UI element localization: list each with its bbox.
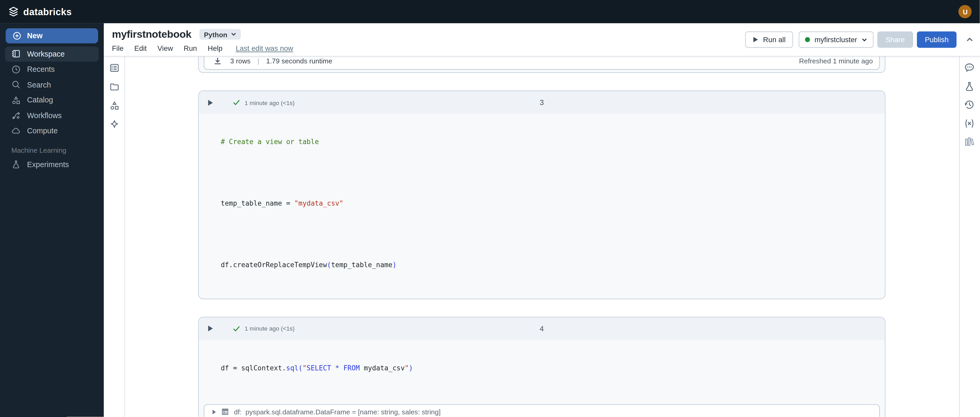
app-shell: New Workspace Recents <box>0 23 980 417</box>
cell-run-status: 1 minute ago (<1s) <box>245 99 295 106</box>
sidebar-item-experiments[interactable]: Experiments <box>5 157 99 172</box>
share-label: Share <box>885 36 905 43</box>
code-text: mydata_csv <box>364 364 405 372</box>
user-avatar[interactable]: U <box>959 5 972 18</box>
runtime-info: 1.79 seconds runtime <box>266 57 332 65</box>
sidebar-item-workspace[interactable]: Workspace <box>5 46 99 62</box>
code-keyword: SELECT * FROM <box>307 364 364 372</box>
divider: | <box>258 57 259 65</box>
code-paren: ) <box>409 364 413 372</box>
sidebar-nav: Workspace Recents Search <box>0 46 104 139</box>
databricks-logo[interactable]: databricks <box>8 6 72 17</box>
menu-view[interactable]: View <box>158 45 173 52</box>
sidebar-item-search[interactable]: Search <box>5 77 99 92</box>
cell-3: 1 minute ago (<1s) 3 # Create a view or … <box>198 91 885 300</box>
run-cell-button[interactable] <box>208 99 213 106</box>
notebook-header: myfirstnotebook Python File Edit View Ru… <box>104 23 980 57</box>
folder-icon[interactable] <box>109 82 119 92</box>
cell-4-header: 1 minute ago (<1s) 4 <box>199 317 885 340</box>
cell-number: 4 <box>199 324 885 333</box>
workspace-pane: myfirstnotebook Python File Edit View Ru… <box>104 23 980 417</box>
publish-label: Publish <box>925 36 948 43</box>
code-text: temp_table_name = <box>221 199 294 208</box>
workspace-icon <box>11 49 21 59</box>
code-string: " <box>302 364 307 372</box>
results-panel: 3 rows | 1.79 seconds runtime Refreshed … <box>204 57 880 70</box>
catalog-icon[interactable] <box>109 101 119 111</box>
logo-text: databricks <box>23 6 72 17</box>
sidebar-item-label: Experiments <box>27 160 69 169</box>
sidebar-item-compute[interactable]: Compute <box>5 123 99 139</box>
download-icon[interactable] <box>214 57 221 65</box>
sidebar-section-machine-learning: Machine Learning <box>11 146 104 154</box>
collapse-header-button[interactable] <box>966 36 974 43</box>
sidebar-item-label: Compute <box>27 127 58 135</box>
sidebar-ml-nav: Experiments <box>0 157 104 172</box>
results-footer-row: 3 rows | 1.79 seconds runtime Refreshed … <box>204 57 879 70</box>
play-icon <box>753 36 759 43</box>
language-label: Python <box>204 31 227 38</box>
chevron-down-icon <box>231 32 236 37</box>
sidebar-item-workflows[interactable]: Workflows <box>5 108 99 124</box>
workflows-icon <box>11 111 21 120</box>
notebook-title[interactable]: myfirstnotebook <box>112 28 191 40</box>
sidebar-item-label: Search <box>27 81 51 89</box>
code-comment: # Create a view or table <box>221 138 319 146</box>
sidebar-item-catalog[interactable]: Catalog <box>5 92 99 108</box>
code-string: "mydata_csv" <box>294 199 343 208</box>
main-sidebar: New Workspace Recents <box>0 23 104 417</box>
notebook-menubar: File Edit View Run Help Last edit was no… <box>112 43 293 54</box>
menu-run[interactable]: Run <box>184 45 197 52</box>
notebook-body: 3 rows | 1.79 seconds runtime Refreshed … <box>104 57 980 417</box>
cell-4-code-editor[interactable]: df = sqlContext.sql("SELECT * FROM mydat… <box>199 340 885 401</box>
chevron-up-icon <box>966 36 974 43</box>
last-edit-link[interactable]: Last edit was now <box>236 45 293 52</box>
version-history-icon[interactable] <box>964 100 975 110</box>
menu-file[interactable]: File <box>112 45 123 52</box>
mlflow-flask-icon[interactable] <box>964 81 975 92</box>
dataframe-result-text: df: pyspark.sql.dataframe.DataFrame = [n… <box>234 408 441 416</box>
flask-icon <box>11 160 21 169</box>
share-button[interactable]: Share <box>877 32 913 48</box>
cell-number: 3 <box>199 98 885 107</box>
left-tool-strip <box>104 57 125 417</box>
new-button[interactable]: New <box>6 28 98 43</box>
sidebar-item-label: Workspace <box>27 49 65 59</box>
row-count: 3 rows <box>230 57 250 65</box>
run-cell-button[interactable] <box>208 325 213 332</box>
dataframe-table-icon <box>221 408 229 416</box>
sidebar-item-label: Recents <box>27 65 55 74</box>
run-all-button[interactable]: Run all <box>746 32 793 48</box>
assistant-sparkle-icon[interactable] <box>109 120 119 130</box>
databricks-app: databricks U New Workspace <box>0 0 980 417</box>
cell-3-code-editor[interactable]: # Create a view or table temp_table_name… <box>199 114 885 299</box>
run-all-label: Run all <box>763 36 786 43</box>
sidebar-item-recents[interactable]: Recents <box>5 62 99 77</box>
cluster-name: myfirstcluster <box>815 36 857 43</box>
code-paren: ( <box>327 261 331 269</box>
publish-button[interactable]: Publish <box>916 32 957 48</box>
notebook-cells-area: 3 rows | 1.79 seconds runtime Refreshed … <box>125 57 959 417</box>
code-text: df = sqlContext. <box>221 364 286 372</box>
code-text: df.createOrReplaceTempView <box>221 261 327 269</box>
code-text: temp_table_name <box>331 261 393 269</box>
cloud-icon <box>11 126 21 136</box>
cluster-selector[interactable]: myfirstcluster <box>799 32 873 48</box>
clock-icon <box>11 65 21 74</box>
catalog-icon <box>11 95 21 105</box>
code-string: " <box>405 364 409 372</box>
expand-result-icon[interactable] <box>212 409 216 415</box>
plus-circle-icon <box>13 31 21 40</box>
variables-icon[interactable] <box>964 118 975 129</box>
menu-edit[interactable]: Edit <box>134 45 147 52</box>
success-check-icon <box>233 99 240 106</box>
language-selector[interactable]: Python <box>199 29 240 40</box>
sidebar-item-label: Workflows <box>27 111 62 120</box>
cell-partial-output: 3 rows | 1.79 seconds runtime Refreshed … <box>198 57 885 73</box>
chart-icon[interactable] <box>964 137 975 147</box>
cell-run-status: 1 minute ago (<1s) <box>245 325 295 332</box>
code-keyword: sql( <box>286 364 302 372</box>
menu-help[interactable]: Help <box>208 45 223 52</box>
table-of-contents-icon[interactable] <box>109 63 119 73</box>
comments-icon[interactable] <box>964 63 975 73</box>
